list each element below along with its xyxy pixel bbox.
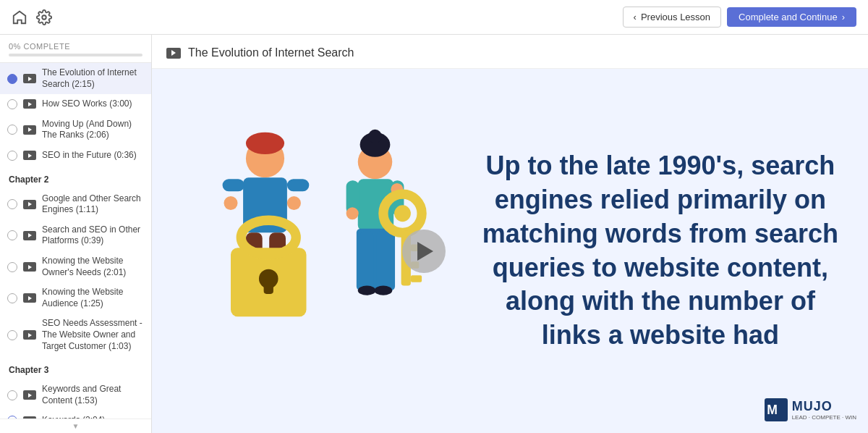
lesson-circle [7, 262, 17, 272]
svg-rect-22 [376, 230, 390, 289]
nav-right: ‹ Previous Lesson Complete and Continue … [623, 7, 856, 28]
svg-point-11 [287, 196, 301, 210]
svg-rect-34 [411, 275, 422, 282]
lesson-item[interactable]: Keywords and Great Content (1:53) [0, 379, 151, 411]
video-thumb-icon [23, 390, 36, 400]
lesson-circle-active [7, 74, 17, 84]
prev-lesson-button[interactable]: ‹ Previous Lesson [623, 7, 721, 28]
lesson-circle [7, 330, 17, 340]
video-thumb-icon [23, 99, 36, 109]
lesson-title-text: The Evolution of Internet Search [188, 46, 354, 59]
svg-point-0 [42, 15, 46, 20]
svg-point-2 [246, 132, 284, 154]
mujo-logo: M MUJO LEAD · COMPETE · WIN [765, 398, 856, 421]
video-thumb-icon [23, 293, 36, 303]
lesson-circle [7, 293, 17, 303]
prev-lesson-label: Previous Lesson [641, 12, 710, 22]
progress-label: COMPLETE [23, 42, 70, 51]
video-caption-text: Up to the late 1990's, search engines re… [482, 149, 839, 353]
video-thumb-icon [23, 74, 36, 83]
lesson-item[interactable]: Search and SEO in Other Platforms (0:39) [0, 220, 151, 251]
lesson-title: Google and Other Search Engines (1:11) [42, 193, 144, 216]
main-layout: 0% COMPLETE The Evolution of Internet Se… [0, 35, 868, 433]
svg-rect-5 [287, 179, 309, 191]
progress-bar-bg [9, 54, 142, 56]
top-navigation: ‹ Previous Lesson Complete and Continue … [0, 0, 868, 35]
sidebar: 0% COMPLETE The Evolution of Internet Se… [0, 35, 152, 433]
lesson-title: Moving Up (And Down) The Ranks (2:06) [42, 119, 144, 141]
lesson-item[interactable]: Keywords (2:04) [0, 411, 151, 419]
mujo-brand-text: MUJO LEAD · COMPETE · WIN [792, 399, 856, 421]
lesson-title: How SEO Works (3:00) [42, 98, 144, 110]
nav-left [12, 9, 52, 25]
mujo-logo-icon: M [765, 398, 788, 421]
video-thumb-icon [23, 200, 36, 209]
svg-point-24 [374, 285, 392, 295]
lesson-circle [7, 390, 17, 400]
video-container[interactable]: Up to the late 1990's, search engines re… [152, 69, 868, 433]
lesson-item[interactable]: Knowing the Website Owner's Needs (2:01) [0, 251, 151, 282]
video-thumb-icon [23, 330, 36, 340]
lesson-title-bar: The Evolution of Internet Search [152, 35, 868, 69]
chapter-3-header: Chapter 3 [0, 356, 151, 379]
lesson-item[interactable]: Moving Up (And Down) The Ranks (2:06) [0, 114, 151, 146]
lesson-title: Search and SEO in Other Platforms (0:39) [42, 224, 144, 247]
sidebar-lesson-list: The Evolution of Internet Search (2:15) … [0, 63, 151, 419]
lesson-item[interactable]: How SEO Works (3:00) [0, 94, 151, 114]
video-text-overlay: Up to the late 1990's, search engines re… [453, 69, 868, 433]
svg-point-23 [358, 285, 376, 295]
lesson-title: SEO in the Future (0:36) [42, 150, 144, 161]
svg-rect-15 [263, 279, 273, 294]
lesson-item[interactable]: Knowing the Website Audience (1:25) [0, 282, 151, 314]
lesson-title: Knowing the Website Owner's Needs (2:01) [42, 256, 144, 278]
lesson-circle [7, 230, 17, 240]
svg-point-27 [346, 207, 358, 219]
progress-text: 0% COMPLETE [9, 42, 142, 51]
lesson-title: Knowing the Website Audience (1:25) [42, 287, 144, 309]
svg-rect-4 [222, 179, 244, 191]
lesson-title: The Evolution of Internet Search (2:15) [42, 67, 144, 90]
lesson-circle [7, 125, 17, 135]
lesson-circle [7, 199, 17, 209]
next-arrow-icon: › [842, 12, 845, 22]
prev-arrow-icon: ‹ [634, 12, 637, 22]
progress-percent: 0% [9, 42, 21, 51]
play-button[interactable] [402, 230, 446, 273]
complete-continue-button[interactable]: Complete and Continue › [727, 7, 856, 27]
lesson-item[interactable]: SEO Needs Assessment - The Website Owner… [0, 314, 151, 356]
lesson-title: SEO Needs Assessment - The Website Owner… [42, 318, 144, 352]
svg-point-18 [368, 129, 382, 143]
progress-section: 0% COMPLETE [0, 35, 151, 63]
lesson-title-video-icon [166, 48, 181, 59]
scroll-indicator: ▼ [0, 419, 151, 433]
complete-continue-label: Complete and Continue [739, 12, 838, 22]
lesson-circle [7, 99, 17, 109]
svg-text:M: M [767, 403, 778, 417]
settings-icon[interactable] [36, 9, 52, 25]
svg-rect-21 [359, 230, 373, 289]
lesson-title: Keywords and Great Content (1:53) [42, 384, 144, 406]
lesson-item[interactable]: The Evolution of Internet Search (2:15) [0, 63, 151, 94]
home-icon[interactable] [12, 9, 27, 25]
svg-point-30 [394, 205, 411, 222]
content-area: The Evolution of Internet Search [152, 35, 868, 433]
video-thumb-icon [23, 151, 36, 160]
video-thumb-icon [23, 262, 36, 272]
chapter-2-header: Chapter 2 [0, 166, 151, 189]
lesson-item[interactable]: Google and Other Search Engines (1:11) [0, 189, 151, 220]
video-thumb-icon [23, 125, 36, 135]
svg-point-10 [224, 196, 237, 210]
lesson-item[interactable]: SEO in the Future (0:36) [0, 146, 151, 166]
lesson-circle [7, 151, 17, 161]
video-thumb-icon [23, 231, 36, 240]
